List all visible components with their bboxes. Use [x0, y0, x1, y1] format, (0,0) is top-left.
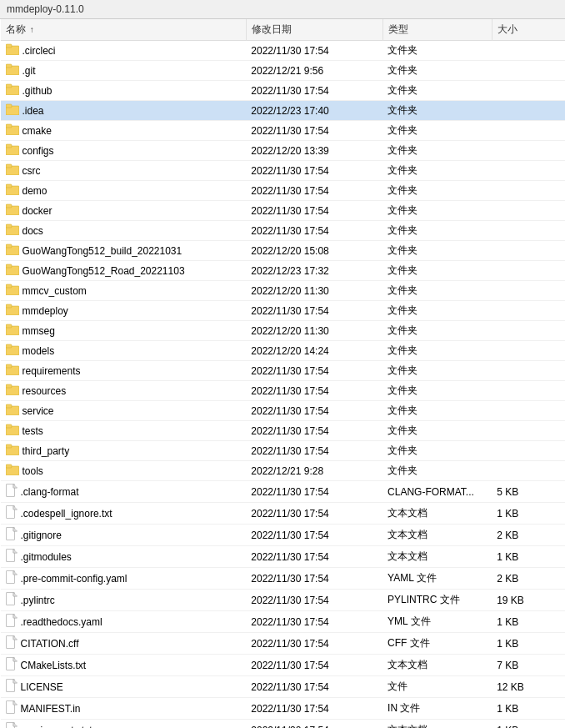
cell-type: 文件夹 [382, 81, 492, 101]
cell-name: csrc [1, 161, 247, 181]
file-name: requirements.txt [21, 725, 92, 729]
svg-marker-63 [13, 680, 18, 684]
cell-date: 2022/11/30 17:54 [246, 221, 382, 241]
cell-name: CITATION.cff [1, 633, 247, 655]
table-row[interactable]: cmake2022/11/30 17:54文件夹 [1, 121, 565, 141]
cell-name: requirements [1, 361, 247, 381]
cell-date: 2022/11/30 17:54 [246, 201, 382, 221]
file-name: CITATION.cff [21, 638, 79, 650]
cell-date: 2022/11/30 17:54 [246, 161, 382, 181]
table-row[interactable]: resources2022/11/30 17:54文件夹 [1, 381, 565, 401]
table-row[interactable]: CMakeLists.txt2022/11/30 17:54文本文档7 KB [1, 655, 565, 676]
generic-file-icon [6, 657, 18, 673]
cell-type: 文件夹 [382, 241, 492, 261]
table-row[interactable]: CITATION.cff2022/11/30 17:54CFF 文件1 KB [1, 633, 565, 655]
table-row[interactable]: .readthedocs.yaml2022/11/30 17:54YML 文件1… [1, 611, 565, 633]
table-row[interactable]: .git2022/12/21 9:56文件夹 [1, 61, 565, 81]
table-row[interactable]: MANIFEST.in2022/11/30 17:54IN 文件1 KB [1, 698, 565, 720]
title-bar: mmdeploy-0.11.0 [0, 0, 565, 19]
file-name: LICENSE [21, 681, 63, 693]
table-row[interactable]: .pre-commit-config.yaml2022/11/30 17:54Y… [1, 568, 565, 590]
cell-size [492, 301, 564, 321]
cell-date: 2022/11/30 17:54 [246, 381, 382, 401]
table-row[interactable]: requirements2022/11/30 17:54文件夹 [1, 361, 565, 381]
folder-icon [6, 384, 19, 398]
generic-file-icon [6, 635, 18, 651]
cell-name: MANIFEST.in [1, 698, 247, 720]
cell-size [492, 261, 564, 281]
svg-marker-59 [13, 636, 18, 640]
table-row[interactable]: configs2022/12/20 13:39文件夹 [1, 141, 565, 161]
file-name: .github [22, 85, 52, 97]
table-row[interactable]: tools2022/12/21 9:28文件夹 [1, 461, 565, 481]
table-row[interactable]: GuoWangTong512_Road_202211032022/12/23 1… [1, 261, 565, 281]
table-row[interactable]: mmdeploy2022/11/30 17:54文件夹 [1, 301, 565, 321]
table-row[interactable]: .github2022/11/30 17:54文件夹 [1, 81, 565, 101]
cell-type: 文件夹 [382, 281, 492, 301]
table-row[interactable]: demo2022/11/30 17:54文件夹 [1, 181, 565, 201]
file-name: mmseg [22, 325, 55, 337]
file-name: tests [22, 425, 43, 437]
table-row[interactable]: .clang-format2022/11/30 17:54CLANG-FORMA… [1, 481, 565, 503]
table-row[interactable]: GuoWangTong512_build_202210312022/12/20 … [1, 241, 565, 261]
cell-type: CLANG-FORMAT... [382, 481, 492, 503]
cell-date: 2022/11/30 17:54 [246, 525, 382, 546]
folder-icon [6, 63, 19, 78]
cell-type: 文件夹 [382, 201, 492, 221]
table-row[interactable]: requirements.txt2022/11/30 17:54文本文档1 KB [1, 720, 565, 729]
svg-rect-1 [6, 44, 12, 48]
generic-file-icon [6, 549, 18, 565]
table-row[interactable]: .idea2022/12/23 17:40文件夹 [1, 101, 565, 121]
col-header-size[interactable]: 大小 [492, 19, 564, 41]
col-header-type[interactable]: 类型 [382, 19, 492, 41]
cell-name: third_party [1, 441, 247, 461]
table-row[interactable]: service2022/11/30 17:54文件夹 [1, 401, 565, 421]
table-row[interactable]: .pylintrc2022/11/30 17:54PYLINTRC 文件19 K… [1, 590, 565, 611]
table-row[interactable]: .codespell_ignore.txt2022/11/30 17:54文本文… [1, 503, 565, 525]
file-name: demo [22, 185, 48, 197]
cell-size [492, 281, 564, 301]
table-row[interactable]: .gitignore2022/11/30 17:54文本文档2 KB [1, 525, 565, 546]
cell-name: docker [1, 201, 247, 221]
cell-name: GuoWangTong512_Road_20221103 [1, 261, 247, 281]
cell-name: mmseg [1, 321, 247, 341]
table-row[interactable]: .circleci2022/11/30 17:54文件夹 [1, 41, 565, 61]
cell-size [492, 181, 564, 201]
table-row[interactable]: mmcv_custom2022/12/20 11:30文件夹 [1, 281, 565, 301]
cell-name: .circleci [1, 41, 247, 61]
col-header-date[interactable]: 修改日期 [246, 19, 382, 41]
folder-icon [6, 183, 19, 198]
table-row[interactable]: mmseg2022/12/20 11:30文件夹 [1, 321, 565, 341]
table-row[interactable]: models2022/12/20 14:24文件夹 [1, 341, 565, 361]
svg-rect-41 [6, 444, 12, 448]
table-row[interactable]: LICENSE2022/11/30 17:54文件12 KB [1, 676, 565, 698]
table-row[interactable]: docs2022/11/30 17:54文件夹 [1, 221, 565, 241]
col-header-name[interactable]: 名称 ↑ [1, 19, 247, 41]
cell-name: .gitignore [1, 525, 247, 546]
file-name: csrc [22, 165, 41, 177]
table-row[interactable]: docker2022/11/30 17:54文件夹 [1, 201, 565, 221]
folder-icon [6, 223, 19, 238]
cell-type: 文件夹 [382, 461, 492, 481]
svg-rect-9 [6, 124, 12, 128]
cell-date: 2022/11/30 17:54 [246, 121, 382, 141]
cell-size [492, 161, 564, 181]
table-row[interactable]: csrc2022/11/30 17:54文件夹 [1, 161, 565, 181]
cell-name: mmdeploy [1, 301, 247, 321]
folder-icon [6, 364, 19, 378]
file-name: configs [22, 145, 54, 157]
cell-size [492, 341, 564, 361]
folder-icon [6, 404, 19, 418]
cell-date: 2022/12/23 17:40 [246, 101, 382, 121]
file-name: service [22, 405, 54, 417]
cell-size [492, 421, 564, 441]
file-name: .gitmodules [21, 551, 72, 563]
table-row[interactable]: third_party2022/11/30 17:54文件夹 [1, 441, 565, 461]
cell-type: 文件夹 [382, 361, 492, 381]
table-row[interactable]: .gitmodules2022/11/30 17:54文本文档1 KB [1, 546, 565, 568]
cell-size [492, 321, 564, 341]
table-row[interactable]: tests2022/11/30 17:54文件夹 [1, 421, 565, 441]
cell-date: 2022/11/30 17:54 [246, 720, 382, 729]
cell-date: 2022/11/30 17:54 [246, 503, 382, 525]
cell-type: 文件夹 [382, 261, 492, 281]
